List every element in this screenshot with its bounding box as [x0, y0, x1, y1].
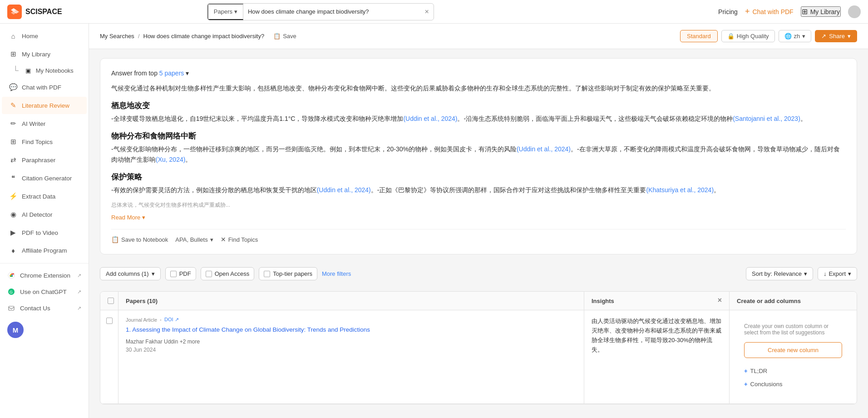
add-columns-button[interactable]: Add columns (1) ▾	[100, 267, 161, 280]
extract-icon: ⚡	[9, 192, 17, 200]
sidebar-item-paraphraser[interactable]: ⇄ Paraphraser	[2, 151, 87, 169]
paper-authors: Mazhar Fakhar Uddin +2 more	[126, 338, 577, 345]
citation-button[interactable]: APA, Bullets ▾	[175, 236, 213, 243]
sidebar-item-literature-review[interactable]: ✎ Literature Review	[2, 97, 87, 114]
logo[interactable]: SCISPACE	[7, 5, 62, 19]
language-button[interactable]: 🌐 zh ▾	[779, 30, 812, 42]
paper-date: 30 Jun 2024	[126, 347, 577, 353]
more-filters-button[interactable]: More filters	[322, 270, 351, 277]
notebooks-icon: ▣	[24, 67, 32, 74]
plus-tldr-icon: +	[744, 368, 748, 374]
pdf-checkbox[interactable]	[170, 271, 177, 277]
sidebar-item-extract-data[interactable]: ⚡ Extract Data	[2, 188, 87, 205]
plus-icon: +	[745, 7, 750, 16]
sidebar-item-chrome-extension[interactable]: Chrome Extension ↗	[0, 267, 89, 284]
answer-body-intro: 气候变化通过各种机制对生物多样性产生重大影响，包括栖息地改变、物种分布变化和食物…	[111, 83, 846, 94]
user-avatar[interactable]	[848, 5, 861, 18]
table-header: Papers (10) Insights × Create or add col…	[100, 292, 857, 310]
logo-text: SCISPACE	[25, 8, 62, 16]
home-icon: ⌂	[9, 32, 17, 40]
chrome-icon	[7, 271, 15, 279]
breadcrumb-right: Standard 🔒 High Quality 🌐 zh ▾ ↗ Share ▾	[680, 30, 857, 42]
cite2-link[interactable]: (Santojanni et al., 2023)	[733, 115, 800, 122]
doi-link[interactable]: DOI ↗	[164, 317, 179, 323]
export-button[interactable]: ↓ Export ▾	[818, 267, 857, 280]
top-tier-filter-button[interactable]: Top-tier papers	[259, 267, 317, 280]
top-tier-checkbox[interactable]	[264, 271, 270, 277]
sidebar-item-contact[interactable]: Contact Us ↗	[0, 300, 89, 316]
papers-link[interactable]: 5 papers	[159, 70, 184, 77]
sidebar-item-chatgpt[interactable]: G Use on ChatGPT ↗	[0, 284, 89, 300]
paraphrase-icon: ⇄	[9, 156, 17, 164]
header-checkbox[interactable]	[108, 298, 114, 304]
answer-header: Answer from top 5 papers ▾	[111, 70, 846, 77]
cite1-link[interactable]: (Uddin et al., 2024)	[403, 115, 457, 122]
high-quality-button[interactable]: 🔒 High Quality	[721, 30, 775, 42]
cite6-link[interactable]: (Khatsuriya et al., 2024)	[646, 186, 714, 194]
breadcrumb-my-searches[interactable]: My Searches	[100, 33, 134, 40]
review-icon: ✎	[9, 101, 17, 109]
create-new-column-button[interactable]: Create new column	[744, 342, 842, 358]
cite4-link[interactable]: (Xu, 2024)	[156, 156, 185, 163]
chevron-citation-icon: ▾	[210, 236, 213, 243]
breadcrumb-separator: /	[138, 33, 140, 40]
grid-icon: ⊞	[802, 7, 808, 16]
cite5-link[interactable]: (Uddin et al., 2024)	[317, 186, 371, 194]
standard-button[interactable]: Standard	[680, 30, 718, 42]
sidebar-item-pdf-to-video[interactable]: ▶ PDF to Video	[2, 224, 87, 241]
pricing-link[interactable]: Pricing	[718, 8, 738, 15]
user-avatar-sidebar[interactable]: M	[0, 316, 89, 343]
open-access-filter-button[interactable]: Open Access	[201, 267, 255, 280]
papers-table: Papers (10) Insights × Create or add col…	[100, 291, 857, 404]
th-insights: Insights ×	[584, 292, 730, 310]
save-icon: 📋	[273, 33, 281, 40]
citation-icon: ❝	[9, 174, 17, 182]
nav-right: Pricing + Chat with PDF ⊞ My Library	[718, 5, 861, 18]
read-more-button[interactable]: Read More ▾	[111, 214, 145, 221]
video-icon: ▶	[9, 229, 17, 237]
my-library-nav-button[interactable]: ⊞ My Library	[801, 6, 841, 17]
save-button[interactable]: 📋 Save	[273, 33, 296, 40]
suggestion-conclusions[interactable]: + Conclusions	[744, 378, 842, 391]
overflow-text: 总体来说，气候变化对生物多样性构成严重威胁...	[111, 200, 846, 209]
sort-button[interactable]: Sort by: Relevance ▾	[746, 267, 813, 280]
paper-title[interactable]: 1. Assessing the Impact of Climate Chang…	[126, 325, 577, 334]
right-panel-description: Create your own custom column or select …	[744, 323, 842, 336]
save-to-notebook-button[interactable]: 📋 Save to Notebook	[111, 236, 168, 243]
cite3-link[interactable]: (Uddin et al., 2024)	[517, 145, 571, 153]
sidebar-item-affiliate[interactable]: ♦ Affiliate Program	[2, 242, 87, 259]
scispace-logo-icon	[7, 5, 22, 19]
chat-icon: 💬	[9, 83, 17, 91]
find-topics-button[interactable]: ✕ Find Topics	[221, 236, 258, 243]
section1-title: 栖息地改变	[111, 100, 846, 111]
chevron-share-icon: ▾	[848, 33, 851, 40]
search-input[interactable]	[243, 8, 420, 15]
sidebar-item-home[interactable]: ⌂ Home	[2, 28, 87, 45]
search-type-button[interactable]: Papers ▾	[207, 4, 243, 20]
insights-cell: 由人类活动驱动的气候变化通过改变栖息地、增加灭绝率、改变物种分布和破坏生态系统的…	[584, 310, 730, 403]
sidebar-item-ai-detector[interactable]: ◉ AI Detector	[2, 206, 87, 223]
x-icon: ✕	[221, 236, 226, 243]
row-checkbox[interactable]	[106, 318, 113, 324]
chat-with-pdf-button[interactable]: + Chat with PDF	[745, 7, 794, 16]
paper-info-cell: Journal Article • DOI ↗ 1. Assessing the…	[118, 310, 584, 403]
content-area: My Searches / How does climate change im…	[89, 24, 868, 418]
top-navigation: SCISPACE Papers ▾ × Pricing + Chat with …	[0, 0, 868, 24]
right-panel-cell: Create your own custom column or select …	[730, 310, 857, 403]
pdf-filter-button[interactable]: PDF	[165, 267, 196, 280]
sidebar-item-chat-pdf[interactable]: 💬 Chat with PDF	[2, 79, 87, 96]
sidebar-item-ai-writer[interactable]: ✏ AI Writer	[2, 115, 87, 132]
insights-close-button[interactable]: ×	[718, 296, 722, 304]
open-access-checkbox[interactable]	[206, 271, 212, 277]
suggestion-tldr[interactable]: + TL;DR	[744, 364, 842, 378]
share-button[interactable]: ↗ Share ▾	[815, 30, 857, 42]
user-avatar-circle[interactable]: M	[7, 322, 24, 338]
sidebar-item-my-library[interactable]: ⊞ My Library	[2, 45, 87, 63]
sidebar-item-citation-generator[interactable]: ❝ Citation Generator	[2, 169, 87, 187]
search-clear-icon[interactable]: ×	[420, 8, 433, 16]
sidebar-item-my-notebooks[interactable]: └ ▣ My Notebooks	[0, 63, 89, 78]
sidebar-item-find-topics[interactable]: ⊞ Find Topics	[2, 133, 87, 150]
tree-branch-icon: └	[13, 66, 19, 75]
th-papers: Papers (10)	[118, 292, 584, 310]
table-row: Journal Article • DOI ↗ 1. Assessing the…	[100, 310, 857, 404]
